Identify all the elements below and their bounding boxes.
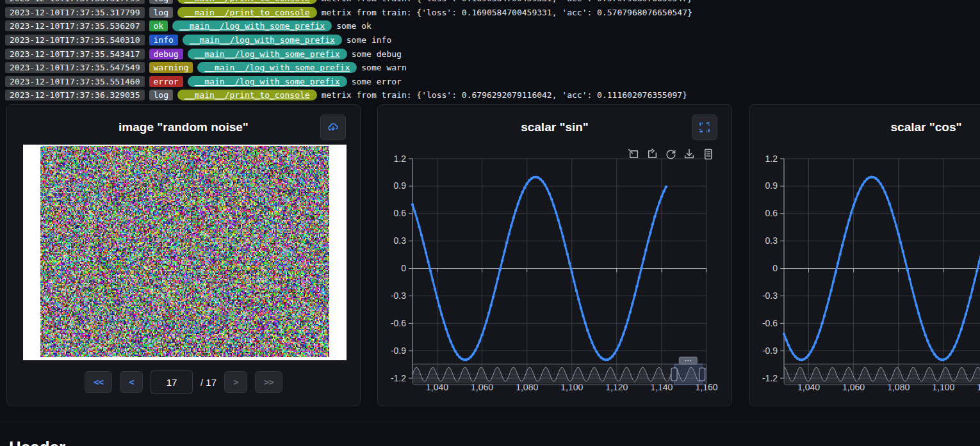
log-timestamp-badge: 2023-12-10T17:37:35.540310: [5, 35, 145, 45]
save-image-icon[interactable]: [683, 148, 695, 160]
log-timestamp-badge: 2023-12-10T17:37:35.536207: [5, 20, 145, 31]
first-page-button[interactable]: <<: [85, 371, 112, 393]
prev-page-button[interactable]: <: [120, 371, 143, 393]
image-pagination: << < / 17 > >>: [7, 370, 360, 394]
last-page-button[interactable]: >>: [255, 371, 282, 393]
svg-text:0: 0: [401, 263, 406, 273]
log-prefix-link[interactable]: __main__/print_to_console: [177, 0, 317, 4]
cloud-download-icon: [327, 122, 339, 133]
log-timestamp-badge: 2023-12-10T17:37:35.551460: [5, 76, 145, 87]
datazoom-slider[interactable]: [412, 357, 706, 385]
log-row: 2023-12-10T17:37:35.543417 debug __main_…: [5, 47, 692, 61]
noise-image: [40, 146, 329, 357]
svg-text:0.6: 0.6: [765, 208, 778, 218]
svg-text:-1.2: -1.2: [391, 373, 406, 383]
log-prefix-link[interactable]: __main__/print_to_console: [177, 90, 317, 100]
log-row: 2023-12-10T17:37:35.540310 info __main__…: [5, 33, 692, 47]
image-frame: [23, 145, 347, 360]
log-prefix-link[interactable]: __main__/log_with_some_prefix: [172, 20, 332, 31]
image-card: image "random noise" << < / 17 > >>: [6, 104, 361, 406]
log-message: some debug: [352, 49, 402, 59]
log-prefix-link[interactable]: __main__/log_with_some_prefix: [188, 76, 347, 87]
log-level-badge: log: [149, 7, 173, 18]
log-message: some error: [352, 77, 402, 86]
image-card-title: image "random noise": [7, 120, 360, 134]
svg-text:0.9: 0.9: [394, 180, 407, 191]
scalar-cos-card: scalar "cos" 1.20.90.60.30-0.3-0.6-0.9-1…: [749, 104, 980, 406]
log-message: metrix from train: {'loss': 0.6796292079…: [322, 90, 687, 100]
log-message: metrix from train: {'loss': 0.1690584700…: [322, 0, 692, 3]
log-prefix-link[interactable]: __main__/log_with_some_prefix: [197, 62, 357, 73]
datazoom-handle[interactable]: [671, 368, 677, 381]
svg-text:0.3: 0.3: [765, 235, 778, 246]
svg-text:-1.2: -1.2: [762, 373, 778, 383]
log-level-badge: warning: [149, 62, 193, 73]
log-level-badge: log: [149, 90, 173, 100]
log-level-badge: error: [149, 76, 183, 87]
log-message: some warn: [361, 63, 406, 72]
svg-text:-0.9: -0.9: [391, 346, 406, 356]
log-prefix-link[interactable]: __main__/log_with_some_prefix: [183, 35, 342, 45]
next-page-button[interactable]: >: [224, 371, 247, 393]
log-prefix-link[interactable]: __main__/log_with_some_prefix: [188, 49, 347, 60]
svg-text:0.9: 0.9: [765, 180, 778, 191]
svg-text:0.3: 0.3: [394, 235, 407, 246]
svg-text:0.6: 0.6: [394, 208, 407, 218]
svg-text:-0.6: -0.6: [391, 318, 406, 328]
datazoom-handle[interactable]: [699, 368, 705, 381]
download-button[interactable]: [320, 115, 346, 140]
log-row: 2023-12-10T17:37:36.329035 log __main__/…: [5, 88, 692, 102]
line-chart-sin[interactable]: 1.20.90.60.30-0.3-0.6-0.9-1.21,0401,0601…: [378, 105, 731, 406]
section-heading: Header: [9, 438, 65, 446]
log-timestamp-badge: 2023-12-10T17:37:35.317799: [5, 0, 145, 4]
svg-text:1.2: 1.2: [765, 154, 778, 164]
log-prefix-link[interactable]: __main__/print_to_console: [177, 7, 317, 18]
log-timestamp-badge: 2023-12-10T17:37:35.317799: [5, 7, 145, 18]
scalar-sin-card: scalar "sin" 1.20.90.60.30-0.3-0.6-0.9-1…: [377, 104, 732, 406]
log-row: 2023-12-10T17:37:35.547549 warning __mai…: [5, 61, 692, 75]
log-row: 2023-12-10T17:37:35.317799 log __main__/…: [5, 6, 692, 20]
svg-text:-0.3: -0.3: [762, 291, 778, 301]
section-divider: [0, 422, 980, 422]
log-message: some ok: [336, 21, 372, 31]
log-console: 2023-12-10T17:37:35.317799 log __main__/…: [5, 0, 692, 102]
page-total-label: / 17: [200, 377, 216, 388]
svg-text:-0.9: -0.9: [762, 346, 778, 356]
zoom-reset-icon[interactable]: [646, 148, 658, 160]
log-message: metrix from train: {'loss': 0.1690584700…: [322, 8, 692, 17]
svg-text:-0.6: -0.6: [762, 318, 778, 328]
log-timestamp-badge: 2023-12-10T17:37:35.543417: [5, 49, 145, 60]
chart-toolbox: [628, 148, 714, 160]
log-level-badge: info: [149, 35, 178, 45]
box-zoom-icon[interactable]: [628, 148, 639, 160]
log-row: 2023-12-10T17:37:35.317799 log __main__/…: [5, 0, 692, 6]
chart-svg: 1.20.90.60.30-0.3-0.6-0.9-1.21,0401,0601…: [749, 105, 980, 406]
data-view-icon[interactable]: [702, 148, 714, 160]
restore-icon[interactable]: [665, 148, 676, 160]
svg-text:1.2: 1.2: [394, 154, 407, 164]
svg-text:-0.3: -0.3: [391, 291, 406, 301]
log-message: some info: [347, 35, 391, 45]
log-row: 2023-12-10T17:37:35.551460 error __main_…: [5, 75, 692, 89]
log-level-badge: log: [149, 0, 173, 4]
line-chart-cos[interactable]: 1.20.90.60.30-0.3-0.6-0.9-1.21,0401,0601…: [749, 105, 980, 406]
svg-text:0: 0: [772, 263, 778, 273]
datazoom-window[interactable]: [674, 364, 703, 385]
log-row: 2023-12-10T17:37:35.536207 ok __main__/l…: [5, 19, 692, 33]
log-timestamp-badge: 2023-12-10T17:37:35.547549: [5, 62, 145, 73]
log-level-badge: debug: [149, 49, 183, 60]
log-timestamp-badge: 2023-12-10T17:37:36.329035: [5, 90, 145, 100]
page-number-input[interactable]: [151, 370, 193, 394]
log-level-badge: ok: [149, 20, 168, 31]
datazoom-slider[interactable]: [784, 357, 980, 385]
